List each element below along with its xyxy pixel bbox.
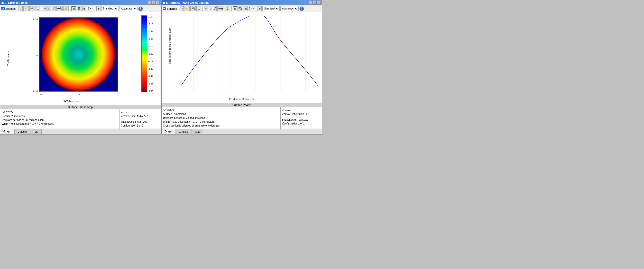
bottom-tabs-2: Graph Classic Text	[162, 129, 322, 134]
colorbar-labels-1: 0.00 -0.19 -0.37 -0.56 -0.75 -0.93 -1.12…	[147, 15, 153, 92]
lock-btn-1[interactable]: 🔒	[63, 6, 69, 11]
minimize-btn-1[interactable]: −	[148, 1, 151, 5]
standard-dropdown-2[interactable]: Standard	[262, 6, 280, 11]
tab-text-1[interactable]: Text	[30, 129, 42, 134]
svg-text:0: 0	[79, 93, 80, 95]
settings-checkbox-1[interactable]	[1, 7, 5, 10]
y-axis-label-2: Phase in periods of 2pi radians each	[168, 50, 171, 65]
config-2: Configuration 1 of 1	[282, 122, 320, 126]
refresh-btn-2[interactable]: ↺	[180, 6, 184, 11]
info-line5-2: Cross section is oriented at an angle of…	[163, 124, 279, 128]
svg-text:-0.10: -0.10	[33, 90, 38, 92]
cb-label-9: -1.68	[148, 82, 153, 85]
cb-label-4: -0.75	[148, 45, 153, 48]
save-btn-2[interactable]: 💾	[190, 6, 196, 11]
cb-label-3: -0.56	[148, 38, 153, 40]
copy-btn-2[interactable]: ⿻	[238, 6, 243, 11]
svg-point-14	[42, 18, 115, 91]
info-right-top-1: Zemax Zemax OpticStudio 22.1	[121, 110, 159, 119]
sep4	[95, 6, 95, 11]
settings-checkbox-2[interactable]	[163, 7, 166, 10]
line-btn-1[interactable]: ╱	[52, 6, 56, 11]
info-left-1: 5/17/2022 Surface 2: metalens Units are …	[0, 109, 119, 129]
file-name-1: phaseDesign_start.zos	[121, 120, 159, 124]
minimize-btn-2[interactable]: −	[309, 1, 312, 5]
close-btn-1[interactable]: ×	[156, 1, 160, 5]
window-icon-1: ▣	[1, 1, 4, 5]
close-btn-2[interactable]: ×	[317, 1, 321, 5]
svg-text:0: 0	[36, 54, 38, 57]
cb-label-1: -0.19	[148, 23, 153, 25]
info-right-bottom-1: phaseDesign_start.zos Configuration 1 of…	[121, 120, 159, 128]
pencil-btn-2[interactable]: ✏	[204, 6, 208, 11]
sep6	[202, 6, 203, 11]
y-axis-label-1: Y-Millimeters	[7, 51, 10, 66]
help-btn-1[interactable]: ?	[138, 6, 143, 11]
refresh-btn-1[interactable]: ↺	[19, 6, 23, 11]
clock-btn-2[interactable]: ⊕	[257, 6, 262, 11]
info-line1-1: 5/17/2022	[2, 110, 118, 114]
info-body-2: 5/17/2022 Surface 2: metalens Units are …	[162, 107, 322, 129]
standard-dropdown-1[interactable]: Standard	[101, 6, 118, 11]
zemax-version-1: Zemax OpticStudio 22.1	[121, 114, 159, 118]
rect-btn-1[interactable]: □	[48, 6, 51, 11]
sep3	[70, 6, 70, 11]
automatic-dropdown-2[interactable]: Automatic	[280, 6, 299, 11]
window-surface-phase-cross: ▣ 5: Surface Phase Cross Section − □ × S…	[161, 0, 322, 134]
pencil-btn-1[interactable]: ✏	[43, 6, 47, 11]
open-btn-1[interactable]: 📂	[23, 6, 29, 11]
cb-label-10: -1.86	[148, 90, 153, 92]
help-btn-2[interactable]: ?	[299, 6, 304, 11]
info-line2-1: Surface 2: metalens	[2, 114, 118, 118]
print-btn-2[interactable]: 🖨	[196, 6, 201, 11]
layout-btn-1[interactable]: ⊞	[82, 6, 86, 11]
main-content-1: Y-Millimeters 0.10 0 -0.10 -0.10 0 0.10	[0, 12, 161, 105]
x-axis-label-1: X-Millimeters	[63, 100, 78, 103]
grid-label-1: 3 × 4	[88, 7, 94, 10]
info-line2-2: Surface 2: metalens	[163, 112, 279, 116]
lock-btn-2[interactable]: 🔒	[225, 6, 230, 11]
colorbar-1	[141, 15, 147, 92]
sep8	[256, 6, 256, 11]
cross-section-svg: 0 -0.4 -0.8 -1.2 -1.6 -2.0 -0.10 -0.08 -…	[181, 16, 318, 91]
zemax-version-2: Zemax OpticStudio 22.1	[282, 112, 320, 116]
automatic-dropdown-1[interactable]: Automatic	[119, 6, 137, 11]
maximize-btn-1[interactable]: □	[152, 1, 155, 5]
info-line4-2: Width = 0.2, Decenter x = 0, y = 0 Milli…	[163, 120, 279, 124]
info-right-1: Zemax Zemax OpticStudio 22.1 phaseDesign…	[119, 109, 161, 129]
tab-graph-1[interactable]: Graph	[0, 129, 15, 134]
title-bar-left-2: ▣ 5: Surface Phase Cross Section	[163, 1, 209, 5]
text-btn-2[interactable]: —A	[217, 6, 224, 11]
x-axis-label-2: Position in Millimeters	[229, 98, 254, 101]
grid-btn-2[interactable]: ⊞	[233, 6, 237, 11]
info-panel-1: Surface Phase Map 5/17/2022 Surface 2: m…	[0, 105, 161, 129]
line-btn-2[interactable]: ╱	[213, 6, 217, 11]
layout-btn-2[interactable]: ⊞	[244, 6, 248, 11]
maximize-btn-2[interactable]: □	[313, 1, 317, 5]
info-line4-1: Width = 0.2, Decenter x = 0, y = 0 Milli…	[2, 122, 118, 126]
info-left-2: 5/17/2022 Surface 2: metalens Units are …	[162, 107, 281, 129]
copy-btn-1[interactable]: ⿻	[77, 6, 81, 11]
title-controls-2: − □ ×	[309, 1, 321, 5]
open-btn-2[interactable]: 📂	[185, 6, 190, 11]
config-1: Configuration 1 of 1	[121, 124, 159, 128]
info-right-bottom-2: phaseDesign_start.zos Configuration 1 of…	[282, 118, 320, 126]
svg-text:-0.10: -0.10	[37, 93, 43, 95]
info-body-1: 5/17/2022 Surface 2: metalens Units are …	[0, 109, 161, 129]
save-btn-1[interactable]: 💾	[29, 6, 34, 11]
cb-label-7: -1.30	[148, 68, 153, 70]
clock-btn-1[interactable]: ⊕	[96, 6, 100, 11]
grid-btn-1[interactable]: ⊞	[71, 6, 76, 11]
tab-text-2[interactable]: Text	[191, 129, 203, 134]
tab-classic-2[interactable]: Classic	[176, 129, 191, 134]
tab-graph-2[interactable]: Graph	[162, 129, 176, 134]
tab-classic-1[interactable]: Classic	[15, 129, 30, 134]
title-controls-1: − □ ×	[148, 1, 160, 5]
rect-btn-2[interactable]: □	[209, 6, 212, 11]
print-btn-1[interactable]: 🖨	[35, 6, 40, 11]
svg-text:0.10: 0.10	[33, 18, 38, 21]
settings-label-1: Settings	[5, 7, 16, 10]
cb-label-6: -1.12	[148, 60, 153, 63]
text-btn-1[interactable]: —A	[56, 6, 63, 11]
info-line3-2: Units are periods of 2pi radians each.	[163, 116, 279, 120]
